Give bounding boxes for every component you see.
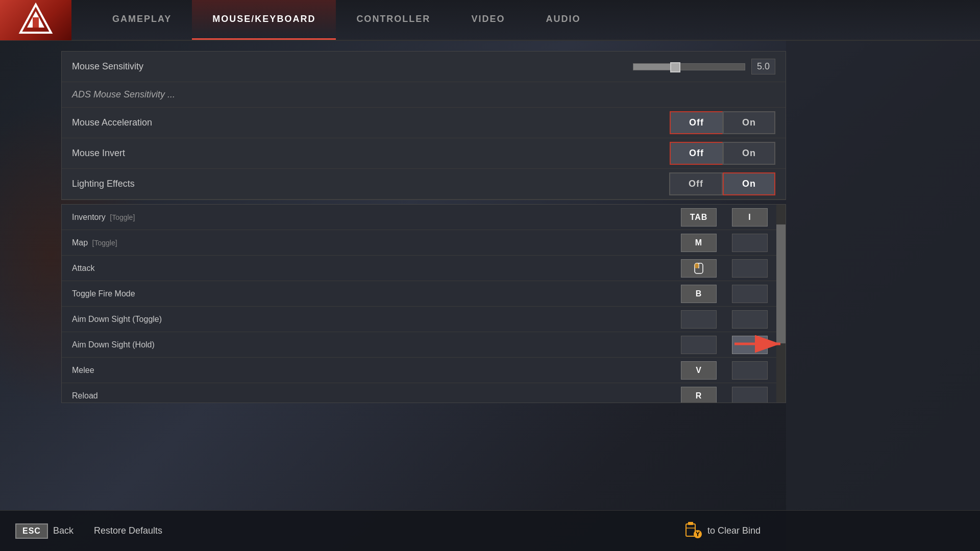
clear-bind-hint: Y to Clear Bind bbox=[684, 521, 761, 541]
keybind-secondary-ads-toggle bbox=[724, 310, 775, 329]
scrollbar-thumb bbox=[776, 224, 786, 343]
keybind-secondary-melee bbox=[724, 361, 775, 380]
key-tab[interactable]: TAB bbox=[681, 208, 717, 227]
footer: ESC Back Restore Defaults Y to Clear Bin… bbox=[0, 510, 980, 551]
keybind-secondary-fire-mode bbox=[724, 285, 775, 303]
keybind-row-fire-mode: Toggle Fire Mode B bbox=[62, 281, 786, 307]
mouse-left-icon bbox=[693, 262, 705, 274]
key-m[interactable]: M bbox=[681, 234, 717, 252]
tab-video[interactable]: VIDEO bbox=[451, 0, 525, 40]
lighting-effects-label: Lighting Effects bbox=[72, 179, 669, 189]
svg-rect-12 bbox=[688, 522, 693, 525]
key-r[interactable]: R bbox=[681, 387, 717, 404]
slider-fill bbox=[633, 64, 672, 70]
keybind-row-attack: Attack bbox=[62, 256, 786, 281]
mouse-acceleration-row: Mouse Acceleration Off On bbox=[62, 108, 786, 138]
key-melee-secondary[interactable] bbox=[732, 361, 768, 380]
apex-logo bbox=[18, 2, 54, 38]
mouse-invert-label: Mouse Invert bbox=[72, 148, 670, 159]
keybind-action-ads-toggle: Aim Down Sight (Toggle) bbox=[62, 315, 673, 324]
tab-audio[interactable]: AUDIO bbox=[525, 0, 601, 40]
keybind-row-ads-toggle: Aim Down Sight (Toggle) bbox=[62, 307, 786, 332]
mouse-invert-row: Mouse Invert Off On bbox=[62, 138, 786, 169]
keybind-secondary-inventory: I bbox=[724, 208, 775, 227]
keybind-action-fire-mode: Toggle Fire Mode bbox=[62, 289, 673, 298]
keybind-primary-inventory: TAB bbox=[673, 208, 724, 227]
nav-tabs: GAMEPLAY MOUSE/KEYBOARD CONTROLLER VIDEO… bbox=[92, 0, 601, 40]
mouse-sensitivity-label: Mouse Sensitivity bbox=[72, 61, 633, 72]
mouse-sensitivity-control: 5.0 bbox=[633, 59, 775, 74]
clear-bind-text: to Clear Bind bbox=[707, 525, 761, 536]
mouse-invert-toggle: Off On bbox=[670, 142, 775, 165]
mouse-sensitivity-row: Mouse Sensitivity 5.0 bbox=[62, 52, 786, 82]
key-reload-secondary[interactable] bbox=[732, 387, 768, 404]
tab-mouse-keyboard[interactable]: MOUSE/KEYBOARD bbox=[192, 0, 336, 40]
keybind-row-melee: Melee V bbox=[62, 358, 786, 383]
keybind-secondary-reload bbox=[724, 387, 775, 404]
logo-area bbox=[0, 0, 71, 40]
keybind-row-inventory: Inventory [Toggle] TAB I bbox=[62, 205, 786, 230]
lighting-effects-off[interactable]: Off bbox=[669, 172, 723, 195]
keybind-row-reload: Reload R bbox=[62, 383, 786, 403]
key-ads-hold-primary[interactable] bbox=[681, 336, 717, 354]
key-i[interactable]: I bbox=[732, 208, 768, 227]
slider-thumb bbox=[670, 62, 680, 72]
tab-controller[interactable]: CONTROLLER bbox=[336, 0, 451, 40]
key-map-secondary[interactable] bbox=[732, 234, 768, 252]
keybind-secondary-map bbox=[724, 234, 775, 252]
keybind-primary-ads-toggle bbox=[673, 310, 724, 329]
mouse-invert-off[interactable]: Off bbox=[670, 142, 723, 165]
key-b[interactable]: B bbox=[681, 285, 717, 303]
key-attack-primary[interactable] bbox=[681, 259, 717, 278]
keybind-primary-melee: V bbox=[673, 361, 724, 380]
keybind-action-map: Map [Toggle] bbox=[62, 238, 673, 247]
keybind-primary-map: M bbox=[673, 234, 724, 252]
key-ads-toggle-primary[interactable] bbox=[681, 310, 717, 329]
mouse-acceleration-label: Mouse Acceleration bbox=[72, 117, 670, 128]
svg-rect-2 bbox=[33, 17, 39, 28]
tab-gameplay[interactable]: GAMEPLAY bbox=[92, 0, 192, 40]
svg-text:Y: Y bbox=[696, 531, 700, 538]
keybind-action-ads-hold: Aim Down Sight (Hold) bbox=[62, 340, 673, 349]
footer-restore-label: Restore Defaults bbox=[94, 525, 162, 536]
keybind-primary-fire-mode: B bbox=[673, 285, 724, 303]
right-panel bbox=[786, 41, 980, 551]
lighting-effects-row: Lighting Effects Off On bbox=[62, 169, 786, 199]
footer-restore[interactable]: Restore Defaults bbox=[94, 525, 162, 536]
keybind-primary-attack bbox=[673, 259, 724, 278]
ads-sensitivity-label: ADS Mouse Sensitivity ... bbox=[72, 89, 175, 100]
main-content: Mouse Sensitivity 5.0 ADS Mouse Sensitiv… bbox=[61, 41, 786, 551]
lighting-effects-toggle: Off On bbox=[669, 172, 775, 195]
keybind-row-ads-hold: Aim Down Sight (Hold) bbox=[62, 332, 786, 358]
esc-key-tag[interactable]: ESC bbox=[15, 523, 48, 539]
keybind-action-inventory: Inventory [Toggle] bbox=[62, 213, 673, 222]
ads-sensitivity-row[interactable]: ADS Mouse Sensitivity ... bbox=[62, 82, 786, 108]
keybind-scrollbar[interactable] bbox=[776, 205, 786, 403]
key-attack-secondary[interactable] bbox=[732, 259, 768, 278]
arrow-indicator bbox=[729, 334, 786, 356]
keybind-secondary-attack bbox=[724, 259, 775, 278]
settings-panel: Mouse Sensitivity 5.0 ADS Mouse Sensitiv… bbox=[61, 51, 786, 200]
keybind-primary-reload: R bbox=[673, 387, 724, 404]
mouse-acceleration-off[interactable]: Off bbox=[670, 111, 723, 134]
keybind-action-reload: Reload bbox=[62, 391, 673, 400]
header: GAMEPLAY MOUSE/KEYBOARD CONTROLLER VIDEO… bbox=[0, 0, 980, 41]
keybind-row-map: Map [Toggle] M bbox=[62, 230, 786, 256]
key-fire-mode-secondary[interactable] bbox=[732, 285, 768, 303]
mouse-invert-on[interactable]: On bbox=[723, 142, 775, 165]
mouse-acceleration-on[interactable]: On bbox=[723, 111, 775, 134]
lighting-effects-on[interactable]: On bbox=[723, 172, 775, 195]
key-v[interactable]: V bbox=[681, 361, 717, 380]
footer-back-label: Back bbox=[53, 525, 74, 536]
keybind-action-attack: Attack bbox=[62, 264, 673, 273]
mouse-sensitivity-value: 5.0 bbox=[751, 59, 775, 74]
mouse-acceleration-toggle: Off On bbox=[670, 111, 775, 134]
clear-bind-icon: Y bbox=[684, 521, 702, 541]
keybind-action-melee: Melee bbox=[62, 366, 673, 375]
svg-rect-5 bbox=[695, 263, 699, 268]
keybind-table: Inventory [Toggle] TAB I Map [Toggle] M bbox=[62, 205, 786, 403]
mouse-sensitivity-slider[interactable] bbox=[633, 63, 745, 70]
key-ads-toggle-secondary[interactable] bbox=[732, 310, 768, 329]
keybind-section: Inventory [Toggle] TAB I Map [Toggle] M bbox=[61, 204, 786, 403]
footer-back: ESC Back bbox=[15, 523, 74, 539]
